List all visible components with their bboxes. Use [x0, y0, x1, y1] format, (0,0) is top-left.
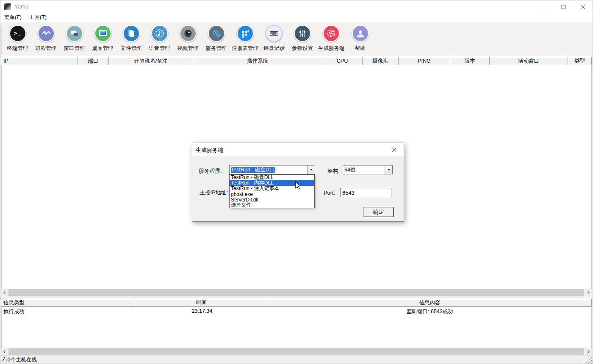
scroll-left-button[interactable]	[1, 348, 8, 355]
toolbar-item-desktop[interactable]: 桌面管理	[90, 25, 116, 52]
dialog-title-bar[interactable]: 生成服务端	[192, 143, 404, 156]
toolbar-item-window[interactable]: 窗口管理	[62, 25, 87, 52]
toolbar-item-label: 进程管理	[36, 45, 57, 52]
menu-item-1[interactable]: 工具(T)	[25, 13, 50, 22]
info-table-header: 信息类型时间信息内容	[1, 299, 592, 307]
desktop-icon	[94, 25, 111, 42]
status-text: 有0个主机在线	[2, 357, 37, 363]
toolbar-item-label: 视频管理	[177, 45, 199, 52]
toolbar-item-label: 注册表管理	[232, 45, 259, 52]
scrollbar-thumb[interactable]	[8, 348, 584, 355]
toolbar-item-file[interactable]: 文件管理	[119, 25, 144, 52]
toolbar-item-label: 键盘记录	[263, 45, 285, 52]
toolbar-item-generate[interactable]: 生成服务端	[318, 25, 345, 52]
main-column-header-5[interactable]: 摄像头	[363, 57, 399, 65]
main-column-header-3[interactable]: 操作系统	[193, 57, 322, 65]
chevron-right-icon	[587, 350, 590, 354]
ok-button[interactable]: 确定	[363, 207, 394, 217]
toolbar-item-keyboard[interactable]: 键盘记录	[261, 25, 287, 52]
main-column-header-2[interactable]: 计算机名/备注	[109, 57, 193, 65]
close-icon	[580, 4, 585, 9]
service-program-combobox[interactable]: TestRun - 磁盘DLL	[229, 165, 315, 174]
dropdown-item-2[interactable]: TestRun - 注入记事本	[230, 186, 314, 191]
chevron-right-icon	[587, 290, 590, 295]
dialog-title: 生成服务端	[196, 146, 223, 154]
generate-icon	[323, 25, 340, 42]
minimize-button[interactable]	[534, 0, 554, 13]
dropdown-item-4[interactable]: ServerDll.dll	[230, 197, 314, 202]
combobox-selected-text: 64位	[343, 166, 385, 174]
close-icon	[392, 147, 396, 152]
scroll-right-button[interactable]	[585, 348, 592, 355]
scrollbar-thumb[interactable]	[8, 289, 584, 296]
dropdown-item-1[interactable]: TestRun - 内存DLL	[230, 180, 314, 186]
combobox-dropdown-button[interactable]	[385, 165, 392, 174]
toolbar-item-process[interactable]: 进程管理	[33, 25, 59, 52]
toolbar-item-label: 终端管理	[7, 45, 28, 52]
toolbar-item-video[interactable]: 视频管理	[175, 25, 201, 52]
info-table-body[interactable]: 执行成功23:17:34监听端口: 6543成功	[1, 307, 592, 348]
port-label: Port:	[324, 190, 335, 196]
window-icon	[66, 25, 83, 42]
toolbar-item-voice[interactable]: 语音管理	[147, 25, 172, 52]
maximize-button[interactable]	[554, 0, 573, 13]
main-column-header-4[interactable]: CPU	[322, 57, 363, 65]
resize-grip[interactable]	[585, 357, 592, 364]
app-window: Yama 菜单(F)工具(T) >_终端管理进程管理窗口管理桌面管理文件管理语音…	[0, 0, 593, 364]
mouse-cursor	[295, 181, 301, 190]
info-horizontal-scrollbar[interactable]	[1, 348, 592, 355]
dropdown-item-3[interactable]: ghost.exe	[230, 191, 314, 197]
menu-bar: 菜单(F)工具(T)	[0, 13, 593, 22]
keyboard-icon	[266, 25, 283, 42]
toolbar-item-settings[interactable]: 参数设置	[290, 25, 315, 52]
service-program-label: 服务程序:	[199, 168, 222, 175]
combobox-dropdown-button[interactable]	[307, 165, 315, 174]
scroll-left-button[interactable]	[1, 289, 8, 296]
info-cell-0: 执行成功	[2, 308, 136, 315]
info-row[interactable]: 执行成功23:17:34监听端口: 6543成功	[2, 308, 591, 315]
main-column-header-1[interactable]: 端口	[78, 57, 109, 65]
info-cell-1: 23:17:34	[136, 308, 269, 315]
voice-icon	[151, 25, 168, 42]
main-column-header-7[interactable]: 版本	[450, 57, 490, 65]
main-horizontal-scrollbar[interactable]	[1, 289, 592, 296]
toolbar-item-help[interactable]: 帮助	[348, 25, 373, 52]
service-icon	[208, 25, 225, 42]
maximize-icon	[561, 5, 566, 9]
toolbar-item-service[interactable]: 服务管理	[204, 25, 229, 52]
info-column-header-0[interactable]: 信息类型	[1, 299, 135, 306]
menu-item-0[interactable]: 菜单(F)	[0, 13, 25, 22]
dropdown-item-0[interactable]: TestRun - 磁盘DLL	[230, 175, 314, 180]
main-column-header-0[interactable]: IP	[1, 57, 78, 65]
window-title: Yama	[14, 3, 28, 10]
settings-icon	[294, 25, 311, 42]
master-ip-label: 主控IP地址:	[200, 189, 228, 196]
main-column-header-8[interactable]: 活动窗口	[490, 57, 568, 65]
toolbar-item-label: 参数设置	[292, 45, 313, 52]
dialog-close-button[interactable]	[385, 143, 404, 156]
combobox-selected-text: TestRun - 磁盘DLL	[231, 167, 275, 173]
minimize-icon	[542, 5, 546, 9]
port-input[interactable]	[340, 188, 391, 197]
toolbar-item-registry[interactable]: 注册表管理	[232, 25, 259, 52]
toolbar-item-label: 生成服务端	[318, 45, 345, 52]
main-column-header-6[interactable]: PING	[399, 57, 450, 65]
toolbar-item-label: 语音管理	[149, 45, 170, 52]
toolbar-item-terminal[interactable]: >_终端管理	[5, 25, 30, 52]
close-button[interactable]	[573, 0, 593, 13]
main-column-header-9[interactable]: 类型	[568, 57, 592, 65]
info-column-header-2[interactable]: 信息内容	[268, 299, 592, 306]
dropdown-item-5[interactable]: 选择文件	[230, 202, 314, 208]
ok-button-label: 确定	[373, 208, 384, 216]
toolbar-item-label: 窗口管理	[64, 45, 85, 52]
arch-combobox[interactable]: 64位	[343, 165, 393, 174]
scroll-right-button[interactable]	[585, 289, 592, 296]
pane-splitter[interactable]	[0, 296, 593, 299]
title-bar[interactable]: Yama	[0, 0, 593, 13]
toolbar-item-label: 桌面管理	[92, 45, 114, 52]
service-program-dropdown-list: TestRun - 磁盘DLLTestRun - 内存DLLTestRun - …	[229, 174, 315, 208]
info-column-header-1[interactable]: 时间	[135, 299, 268, 306]
arch-label: 架构:	[327, 168, 340, 175]
chevron-left-icon	[3, 290, 6, 295]
app-icon	[4, 3, 11, 10]
